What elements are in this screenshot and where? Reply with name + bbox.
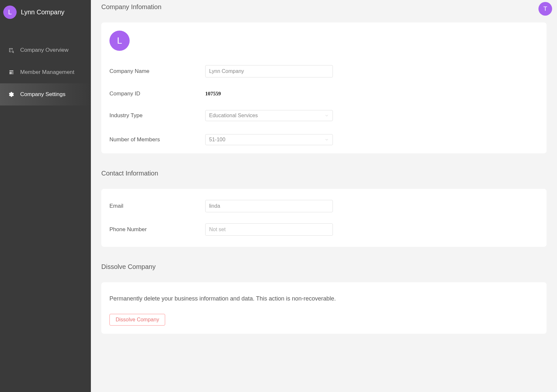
form-row-company-name: Company Name [109, 65, 538, 77]
company-avatar-initial: L [8, 8, 12, 16]
phone-input[interactable] [205, 223, 333, 236]
gear-icon [8, 91, 14, 97]
section-title-contact-info: Contact Information [101, 170, 547, 177]
sidebar-item-label: Member Management [20, 69, 74, 76]
user-avatar-initial: T [543, 5, 547, 12]
company-name-label: Company Name [109, 68, 205, 75]
form-row-industry: Industry Type Educational Services [109, 110, 538, 121]
chevron-down-icon [324, 113, 329, 118]
chevron-down-icon [324, 137, 329, 142]
contact-info-card: Email Phone Number [101, 189, 547, 247]
email-label: Email [109, 203, 205, 209]
industry-select-value: Educational Services [209, 113, 258, 119]
form-row-members: Number of Members 51-100 [109, 134, 538, 145]
sidebar-item-member-management[interactable]: Member Management [0, 61, 91, 83]
company-info-card: L Company Name Company ID 107559 Industr… [101, 22, 547, 153]
section-title-company-info: Company Infomation [101, 3, 547, 11]
sidebar: L Lynn Company Company Overview Member M… [0, 0, 91, 392]
form-row-email: Email [109, 200, 538, 212]
building-search-icon [8, 47, 14, 53]
members-icon [8, 69, 14, 75]
industry-select[interactable]: Educational Services [205, 110, 333, 121]
company-avatar: L [3, 6, 17, 19]
dissolve-warning-text: Permanently delete your business informa… [109, 295, 538, 302]
company-name: Lynn Company [21, 8, 64, 16]
email-input[interactable] [205, 200, 333, 212]
members-select-value: 51-100 [209, 137, 225, 143]
form-row-phone: Phone Number [109, 223, 538, 236]
dissolve-card: Permanently delete your business informa… [101, 282, 547, 334]
phone-label: Phone Number [109, 226, 205, 233]
main-content: T Company Infomation L Company Name Comp… [91, 0, 557, 392]
company-id-label: Company ID [109, 91, 205, 97]
company-id-value: 107559 [205, 91, 221, 97]
user-avatar[interactable]: T [538, 2, 552, 16]
industry-label: Industry Type [109, 112, 205, 119]
company-logo-initial: L [117, 35, 122, 46]
dissolve-company-button[interactable]: Dissolve Company [109, 314, 165, 326]
sidebar-item-company-overview[interactable]: Company Overview [0, 39, 91, 61]
sidebar-nav: Company Overview Member Management Compa… [0, 39, 91, 105]
company-name-input[interactable] [205, 65, 333, 77]
sidebar-item-label: Company Overview [20, 47, 68, 53]
members-label: Number of Members [109, 136, 205, 143]
sidebar-item-company-settings[interactable]: Company Settings [0, 83, 91, 105]
form-row-company-id: Company ID 107559 [109, 91, 538, 97]
sidebar-header: L Lynn Company [0, 0, 91, 24]
members-select[interactable]: 51-100 [205, 134, 333, 145]
sidebar-item-label: Company Settings [20, 91, 65, 98]
company-logo[interactable]: L [109, 31, 130, 51]
section-title-dissolve: Dissolve Company [101, 263, 547, 271]
